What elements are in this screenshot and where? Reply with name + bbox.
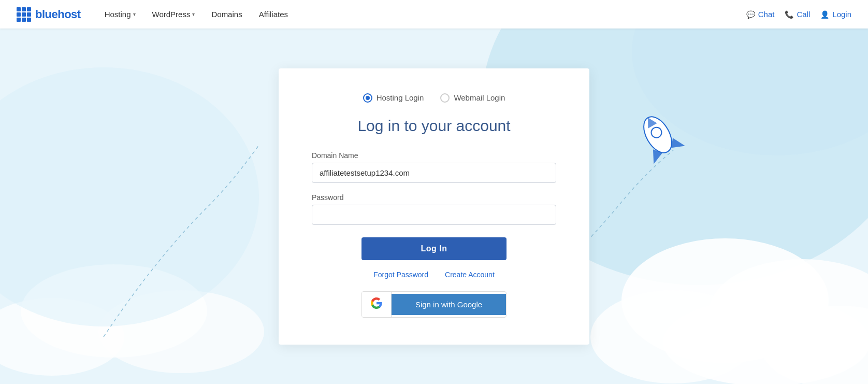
- radio-hosting-icon: [363, 93, 372, 103]
- chat-link[interactable]: 💬 Chat: [746, 10, 775, 19]
- tab-webmail-label: Webmail Login: [454, 93, 505, 102]
- tab-hosting-label: Hosting Login: [377, 93, 424, 102]
- nav-label-affiliates: Affiliates: [259, 10, 288, 19]
- brand-name: bluehost: [35, 8, 81, 21]
- google-signin-button[interactable]: Sign in with Google: [361, 291, 507, 318]
- chevron-down-icon: ▾: [192, 11, 195, 17]
- chat-label: Chat: [758, 10, 775, 19]
- login-type-tabs: Hosting Login Webmail Login: [312, 93, 556, 103]
- google-icon-box: [362, 292, 392, 317]
- tab-webmail-login[interactable]: Webmail Login: [440, 93, 505, 103]
- nav-label-hosting: Hosting: [105, 10, 131, 19]
- google-signin-label: Sign in with Google: [392, 294, 506, 315]
- nav-item-hosting[interactable]: Hosting ▾: [97, 6, 143, 23]
- nav-label-domains: Domains: [211, 10, 242, 19]
- login-link[interactable]: 👤 Login: [820, 10, 851, 19]
- create-account-link[interactable]: Create Account: [445, 271, 495, 279]
- login-card: Hosting Login Webmail Login Log in to yo…: [279, 68, 589, 345]
- login-nav-label: Login: [832, 10, 851, 19]
- domain-field-group: Domain Name: [312, 151, 556, 183]
- navbar: bluehost Hosting ▾ WordPress ▾ Domains A…: [0, 0, 868, 29]
- chevron-down-icon: ▾: [133, 11, 136, 17]
- nav-item-affiliates[interactable]: Affiliates: [252, 6, 295, 23]
- domain-label: Domain Name: [312, 151, 556, 160]
- nav-actions: 💬 Chat 📞 Call 👤 Login: [746, 10, 851, 19]
- nav-label-wordpress: WordPress: [152, 10, 191, 19]
- tab-hosting-login[interactable]: Hosting Login: [363, 93, 424, 103]
- password-label: Password: [312, 193, 556, 202]
- phone-icon: 📞: [785, 10, 793, 19]
- nav-items: Hosting ▾ WordPress ▾ Domains Affiliates: [97, 6, 746, 23]
- user-icon: 👤: [820, 10, 829, 19]
- login-title: Log in to your account: [312, 117, 556, 135]
- login-button[interactable]: Log In: [361, 237, 507, 260]
- brand-logo[interactable]: bluehost: [17, 7, 81, 22]
- password-input[interactable]: [312, 205, 556, 225]
- radio-webmail-icon: [440, 93, 450, 103]
- call-label: Call: [797, 10, 810, 19]
- password-field-group: Password: [312, 193, 556, 225]
- google-g-icon: [370, 297, 383, 312]
- logo-grid: [17, 7, 31, 22]
- forgot-password-link[interactable]: Forgot Password: [373, 271, 428, 279]
- call-link[interactable]: 📞 Call: [785, 10, 810, 19]
- secondary-links: Forgot Password Create Account: [312, 271, 556, 279]
- nav-item-wordpress[interactable]: WordPress ▾: [145, 6, 202, 23]
- domain-input[interactable]: [312, 163, 556, 183]
- nav-item-domains[interactable]: Domains: [204, 6, 249, 23]
- main-content: Hosting Login Webmail Login Log in to yo…: [0, 29, 868, 384]
- chat-icon: 💬: [746, 10, 755, 19]
